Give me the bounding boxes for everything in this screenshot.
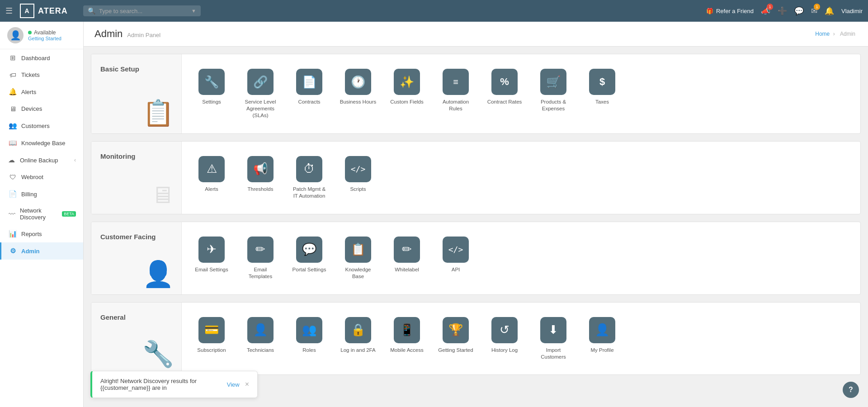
sidebar-item-admin[interactable]: ⚙ Admin xyxy=(0,242,83,260)
admin-item-email-templates[interactable]: ✏ Email Templates xyxy=(238,231,283,285)
admin-item-roles[interactable]: 👥 Roles xyxy=(287,312,332,366)
admin-item-products-expenses[interactable]: 🛒 Products & Expenses xyxy=(531,63,576,124)
page-header: Admin Admin Panel Home › Admin xyxy=(84,22,868,47)
chat-icon[interactable]: 💬 xyxy=(794,6,804,16)
user-name[interactable]: Vladimir xyxy=(841,8,863,14)
knowledge-base-cf-label: Knowledge Base xyxy=(339,266,377,280)
sidebar-item-billing[interactable]: 📄 Billing xyxy=(0,185,83,203)
admin-item-contract-rates[interactable]: % Contract Rates xyxy=(482,63,527,124)
breadcrumb-home[interactable]: Home xyxy=(815,31,830,37)
contracts-label: Contracts xyxy=(298,99,320,105)
login-2fa-icon-box: 🔒 xyxy=(345,317,371,343)
sidebar-item-reports[interactable]: 📊 Reports xyxy=(0,225,83,242)
bell-icon[interactable]: 🔔 xyxy=(825,6,834,16)
products-expenses-icon-box: 🛒 xyxy=(540,69,566,95)
sidebar-item-webroot[interactable]: 🛡 Webroot xyxy=(0,169,83,185)
sidebar-item-label: Billing xyxy=(21,191,37,198)
email-templates-label: Email Templates xyxy=(241,266,279,280)
section-customer-facing: Customer Facing 👤 ✈ Email Settings ✏ Ema… xyxy=(91,222,861,295)
basic-setup-items: 🔧 Settings 🔗 Service Level Agreements (S… xyxy=(182,54,860,133)
technicians-icon-box: 👤 xyxy=(247,317,274,343)
sidebar-item-network-discovery[interactable]: 〰 Network Discovery BETA xyxy=(0,203,83,225)
section-label-general: General xyxy=(100,313,126,321)
admin-item-api[interactable]: </> API xyxy=(433,231,478,285)
admin-item-login-2fa[interactable]: 🔒 Log in and 2FA xyxy=(335,312,381,366)
help-button[interactable]: ? xyxy=(843,382,859,398)
plus-icon[interactable]: ➕ xyxy=(778,6,787,16)
admin-item-getting-started[interactable]: 🏆 Getting Started xyxy=(433,312,478,366)
admin-item-mobile-access[interactable]: 📱 Mobile Access xyxy=(384,312,429,366)
notification-close-button[interactable]: × xyxy=(245,380,249,388)
gift-icon: 🎁 xyxy=(706,8,713,14)
admin-item-patch-mgmt[interactable]: ⏱ Patch Mgmt & IT Automation xyxy=(287,151,332,205)
tickets-icon: 🏷 xyxy=(9,71,17,79)
section-label-basic-setup: Basic Setup xyxy=(100,65,139,73)
sidebar-item-label: Devices xyxy=(21,105,42,112)
taxes-label: Taxes xyxy=(595,99,609,105)
portal-settings-label: Portal Settings xyxy=(292,266,326,273)
custom-fields-icon-box: ✨ xyxy=(394,69,420,95)
alert-badge: 1 xyxy=(767,4,773,10)
sidebar-item-alerts[interactable]: 🔔 Alerts xyxy=(0,83,83,100)
admin-item-knowledge-base-cf[interactable]: 📋 Knowledge Base xyxy=(335,231,381,285)
admin-item-alerts-mon[interactable]: ⚠ Alerts xyxy=(189,151,234,205)
sidebar-item-label: Admin xyxy=(21,248,39,255)
admin-item-import-customers[interactable]: ⬇ Import Customers xyxy=(531,312,576,366)
sidebar-item-label: Customers xyxy=(21,123,50,129)
admin-item-automation-rules[interactable]: ≡ Automation Rules xyxy=(433,63,478,124)
devices-icon: 🖥 xyxy=(9,105,17,113)
search-input[interactable] xyxy=(99,8,188,14)
admin-item-subscription[interactable]: 💳 Subscription xyxy=(189,312,234,366)
breadcrumb-current: Admin xyxy=(840,31,855,37)
sidebar-item-knowledge-base[interactable]: 📖 Knowledge Base xyxy=(0,134,83,151)
admin-item-scripts[interactable]: </> Scripts xyxy=(335,151,381,205)
admin-item-sla[interactable]: 🔗 Service Level Agreements (SLAs) xyxy=(238,63,283,124)
admin-item-email-settings[interactable]: ✈ Email Settings xyxy=(189,231,234,285)
automation-rules-label: Automation Rules xyxy=(437,99,475,112)
sidebar-item-tickets[interactable]: 🏷 Tickets xyxy=(0,66,83,83)
scripts-icon-box: </> xyxy=(345,156,371,182)
admin-item-thresholds[interactable]: 📢 Thresholds xyxy=(238,151,283,205)
main-layout: 👤 Available Getting Started ⊞ Dashboard … xyxy=(0,22,868,407)
section-label-customer-facing: Customer Facing xyxy=(100,233,156,241)
sidebar-item-dashboard[interactable]: ⊞ Dashboard xyxy=(0,49,83,66)
automation-rules-icon-box: ≡ xyxy=(443,69,469,95)
custom-fields-label: Custom Fields xyxy=(390,99,424,105)
admin-item-whitelabel[interactable]: ✏ Whitelabel xyxy=(384,231,429,285)
sidebar-item-devices[interactable]: 🖥 Devices xyxy=(0,100,83,117)
topnav: ☰ A ATERA 🔍 ▼ 🎁 Refer a Friend 📣 1 ➕ 💬 ✉… xyxy=(0,0,868,22)
monitoring-items: ⚠ Alerts 📢 Thresholds ⏱ Patch Mgmt & IT … xyxy=(182,142,860,214)
logo-area: A ATERA xyxy=(20,4,79,18)
contract-rates-icon-box: % xyxy=(491,69,518,95)
admin-item-custom-fields[interactable]: ✨ Custom Fields xyxy=(384,63,429,124)
patch-mgmt-icon-box: ⏱ xyxy=(296,156,322,182)
chevron-left-icon: ‹ xyxy=(74,157,76,163)
getting-started-link[interactable]: Getting Started xyxy=(28,36,61,41)
search-bar: 🔍 ▼ xyxy=(83,5,201,16)
admin-item-history-log[interactable]: ↺ History Log xyxy=(482,312,527,366)
search-dropdown-icon[interactable]: ▼ xyxy=(191,8,196,14)
admin-item-my-profile[interactable]: 👤 My Profile xyxy=(580,312,625,366)
logo-text: ATERA xyxy=(38,6,68,16)
sidebar-item-online-backup[interactable]: ☁ Online Backup ‹ xyxy=(0,151,83,169)
notification-view-button[interactable]: View xyxy=(227,381,240,388)
knowledge-base-cf-icon-box: 📋 xyxy=(345,237,371,263)
sidebar-item-label: Knowledge Base xyxy=(21,140,66,147)
admin-item-technicians[interactable]: 👤 Technicians xyxy=(238,312,283,366)
hamburger-icon[interactable]: ☰ xyxy=(5,6,13,16)
admin-item-settings[interactable]: 🔧 Settings xyxy=(189,63,234,124)
admin-item-contracts[interactable]: 📄 Contracts xyxy=(287,63,332,124)
sidebar-item-customers[interactable]: 👥 Customers xyxy=(0,117,83,134)
admin-item-portal-settings[interactable]: 💬 Portal Settings xyxy=(287,231,332,285)
refer-friend-label: Refer a Friend xyxy=(716,8,754,14)
admin-item-taxes[interactable]: $ Taxes xyxy=(580,63,625,124)
notifications-icon[interactable]: 📣 1 xyxy=(761,6,770,16)
getting-started-gen-label: Getting Started xyxy=(438,347,473,354)
thresholds-label: Thresholds xyxy=(248,186,274,193)
basic-setup-bg-icon: 📋 xyxy=(142,98,174,128)
refer-friend-button[interactable]: 🎁 Refer a Friend xyxy=(706,8,754,14)
admin-item-business-hours[interactable]: 🕐 Business Hours xyxy=(335,63,381,124)
customer-facing-items: ✈ Email Settings ✏ Email Templates 💬 Por… xyxy=(182,222,860,294)
history-log-label: History Log xyxy=(491,347,518,354)
email-icon[interactable]: ✉ 1 xyxy=(811,6,817,16)
